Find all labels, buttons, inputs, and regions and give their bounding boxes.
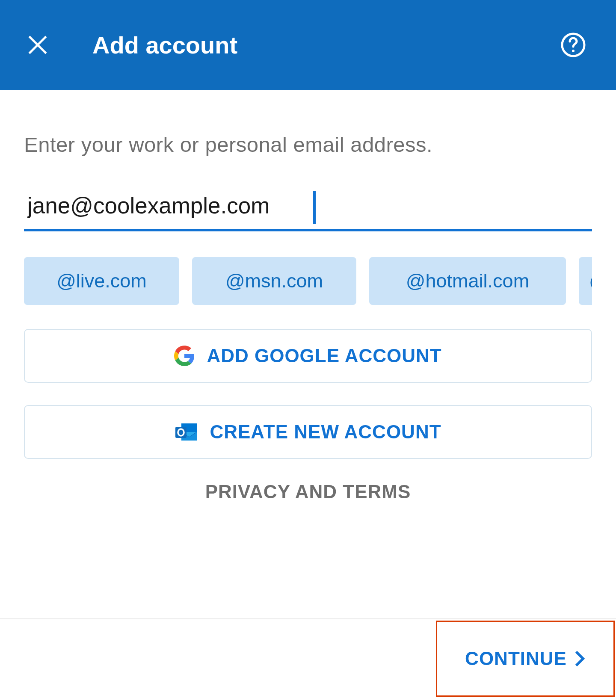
help-button[interactable] <box>560 31 587 59</box>
close-button[interactable] <box>26 33 50 57</box>
domain-chip-live[interactable]: @live.com <box>24 257 179 305</box>
email-input[interactable] <box>24 191 592 231</box>
text-cursor <box>313 191 316 224</box>
footer-bar: CONTINUE <box>0 618 616 698</box>
help-icon <box>560 32 586 58</box>
page-title: Add account <box>92 31 560 59</box>
content-area: Enter your work or personal email addres… <box>0 90 616 503</box>
domain-suggestions-row: @live.com @msn.com @hotmail.com @ <box>24 257 592 305</box>
header-bar: Add account <box>0 0 616 90</box>
chevron-right-icon <box>575 651 586 666</box>
domain-chip-hotmail[interactable]: @hotmail.com <box>369 257 566 305</box>
add-google-label: ADD GOOGLE ACCOUNT <box>207 345 441 367</box>
continue-button[interactable]: CONTINUE <box>436 621 615 697</box>
email-input-wrapper <box>24 191 592 231</box>
add-google-account-button[interactable]: ADD GOOGLE ACCOUNT <box>24 329 592 383</box>
create-new-account-label: CREATE NEW ACCOUNT <box>210 421 441 443</box>
close-icon <box>27 35 48 55</box>
create-new-account-button[interactable]: CREATE NEW ACCOUNT <box>24 405 592 459</box>
domain-chip-msn[interactable]: @msn.com <box>192 257 356 305</box>
prompt-text: Enter your work or personal email addres… <box>24 133 592 157</box>
continue-label: CONTINUE <box>465 648 567 669</box>
svg-point-1 <box>572 50 575 52</box>
domain-chip-more[interactable]: @ <box>579 257 592 305</box>
google-icon <box>174 346 195 366</box>
privacy-and-terms-link[interactable]: PRIVACY AND TERMS <box>24 481 592 503</box>
outlook-icon <box>175 422 198 442</box>
